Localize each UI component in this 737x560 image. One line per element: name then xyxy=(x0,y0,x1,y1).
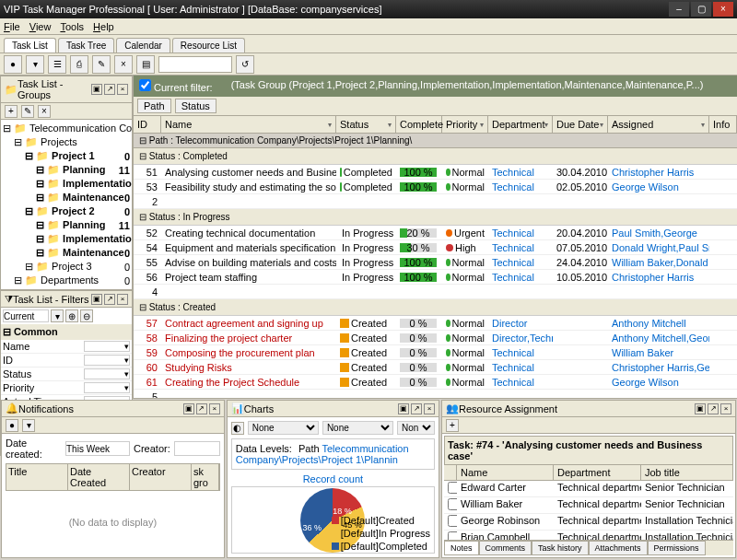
task-row[interactable]: 53Feasibility study and estimating the s… xyxy=(134,180,737,194)
filter-btn[interactable]: ⊖ xyxy=(80,309,93,322)
menu-tools[interactable]: Tools xyxy=(60,21,84,32)
toolbar-btn[interactable]: ▤ xyxy=(136,55,155,74)
max-icon[interactable]: ↗ xyxy=(104,84,115,95)
col-status[interactable]: Status xyxy=(340,119,368,130)
filter-checkbox[interactable] xyxy=(139,79,151,91)
notif-col-group[interactable]: sk gro xyxy=(192,464,219,490)
pin-icon[interactable]: ▣ xyxy=(91,84,102,95)
ra-row[interactable]: George RobinsonTechnical departmentInsta… xyxy=(444,514,733,531)
toolbar-btn[interactable]: ↺ xyxy=(236,55,254,74)
pin-icon[interactable]: ▣ xyxy=(183,403,194,414)
ra-checkbox[interactable] xyxy=(448,482,457,494)
notif-col-creator[interactable]: Creator xyxy=(130,464,192,490)
tree-node[interactable]: ⊟ 📁 Project 10 xyxy=(3,149,130,163)
tree-node[interactable]: ⊟ 📁 Planning11 xyxy=(3,163,130,177)
menu-view[interactable]: View xyxy=(29,21,52,32)
col-complete[interactable]: Complete xyxy=(400,119,443,130)
chart-type-icon[interactable]: ◐ xyxy=(231,422,244,435)
notif-btn[interactable]: ● xyxy=(6,419,18,432)
toolbar-btn[interactable]: ● xyxy=(4,55,22,74)
tree-toolbar-btn[interactable]: × xyxy=(38,105,51,118)
tab-task-tree[interactable]: Task Tree xyxy=(58,38,114,52)
ra-tab-history[interactable]: Task history xyxy=(532,541,589,555)
ra-row[interactable]: William BakerTechnical departmentSenior … xyxy=(444,497,733,514)
ra-tab-notes[interactable]: Notes xyxy=(444,541,479,555)
filter-btn[interactable]: ▾ xyxy=(51,309,64,322)
tree-node[interactable]: ⊟ 📁 Implementation0 xyxy=(3,177,130,191)
notif-col-date[interactable]: Date Created xyxy=(68,464,130,490)
ra-tab-attachments[interactable]: Attachments xyxy=(589,541,648,555)
group-row[interactable]: ⊟ Status : Created xyxy=(134,299,737,316)
task-row[interactable]: 58Finalizing the project charterCreated0… xyxy=(134,331,737,345)
tree-node[interactable]: ⊟ 📁 Departments0 xyxy=(3,274,130,287)
pin-icon[interactable]: ▣ xyxy=(398,403,409,414)
menu-help[interactable]: Help xyxy=(93,21,114,32)
status-btn[interactable]: Status xyxy=(175,99,216,113)
chart-select-a[interactable]: None xyxy=(248,421,319,435)
task-row[interactable]: 54Equipment and materials specificationI… xyxy=(134,240,737,255)
col-duedate[interactable]: Due Date xyxy=(556,119,599,130)
close-icon[interactable]: × xyxy=(117,294,128,305)
ra-checkbox[interactable] xyxy=(448,531,457,540)
col-assigned[interactable]: Assigned xyxy=(612,119,653,130)
toolbar-btn[interactable]: ▾ xyxy=(26,55,44,74)
tree-node[interactable]: ⊟ 📁 Maintenance0 xyxy=(3,246,130,260)
tree-node[interactable]: ⊟ 📁 Planning11 xyxy=(3,218,130,232)
maximize-button[interactable]: ▢ xyxy=(691,2,711,17)
minimize-button[interactable]: – xyxy=(669,2,689,17)
tab-resource-list[interactable]: Resource List xyxy=(172,38,245,52)
chart-select-b[interactable]: None xyxy=(322,421,393,435)
filter-preset[interactable] xyxy=(3,309,49,322)
tree-node[interactable]: ⊟ 📁 Project 30 xyxy=(3,260,130,274)
toolbar-btn[interactable]: ⎙ xyxy=(70,55,88,74)
task-row[interactable]: 52Creating technical documentationIn Pro… xyxy=(134,226,737,240)
max-icon[interactable]: ↗ xyxy=(708,403,719,414)
close-button[interactable]: × xyxy=(713,2,733,17)
max-icon[interactable]: ↗ xyxy=(104,294,115,305)
task-row[interactable]: 61Creating the Project ScheduleCreated0 … xyxy=(134,375,737,390)
col-department[interactable]: Department xyxy=(492,119,544,130)
pin-icon[interactable]: ▣ xyxy=(695,403,706,414)
task-row[interactable]: 57Contract agreement and signing upCreat… xyxy=(134,316,737,331)
ra-col-name[interactable]: Name xyxy=(457,465,554,480)
col-name[interactable]: Name xyxy=(165,119,192,130)
tree-node[interactable]: ⊟ 📁 Maintenance0 xyxy=(3,191,130,204)
max-icon[interactable]: ↗ xyxy=(411,403,422,414)
tree-node[interactable]: ⊟ 📁 Telecommunication Company xyxy=(3,122,130,135)
group-tree[interactable]: ⊟ 📁 Telecommunication Company⊟ 📁 Project… xyxy=(1,120,132,289)
tree-toolbar-btn[interactable]: ✎ xyxy=(21,105,34,118)
group-row[interactable]: ⊟ Status : Completed xyxy=(134,148,737,165)
toolbar-btn[interactable]: ☰ xyxy=(48,55,66,74)
close-icon[interactable]: × xyxy=(117,84,128,95)
ra-col-job[interactable]: Job title xyxy=(641,465,733,480)
notif-btn[interactable]: ▾ xyxy=(22,419,35,432)
filter-btn[interactable]: ⊕ xyxy=(65,309,78,322)
creator-input[interactable] xyxy=(174,441,220,456)
col-priority[interactable]: Priority xyxy=(446,119,477,130)
task-row[interactable]: 55Advise on building materials and costs… xyxy=(134,255,737,270)
tree-node[interactable]: ⊟ 📁 Project 20 xyxy=(3,204,130,218)
menu-file[interactable]: File xyxy=(4,21,20,32)
ra-checkbox[interactable] xyxy=(448,515,457,527)
date-created-input[interactable] xyxy=(65,441,130,456)
tree-node[interactable]: ⊟ 📁 Projects xyxy=(3,135,130,149)
pin-icon[interactable]: ▣ xyxy=(91,294,102,305)
ra-btn[interactable]: + xyxy=(446,419,459,432)
task-row[interactable]: 56Project team staffingIn Progress100 %N… xyxy=(134,270,737,285)
tab-calendar[interactable]: Calendar xyxy=(116,38,170,52)
ra-tab-comments[interactable]: Comments xyxy=(479,541,532,555)
toolbar-btn[interactable]: ✎ xyxy=(92,55,111,74)
col-id[interactable]: ID xyxy=(137,119,147,130)
tree-node[interactable]: ⊟ 📁 Implementation0 xyxy=(3,232,130,246)
path-btn[interactable]: Path xyxy=(137,99,171,113)
ra-tab-permissions[interactable]: Permissions xyxy=(648,541,706,555)
path-row[interactable]: ⊟ Path : Telecommunication Company\Proje… xyxy=(134,134,737,148)
task-row[interactable]: 59Composing the procurement planCreated0… xyxy=(134,345,737,360)
max-icon[interactable]: ↗ xyxy=(196,403,207,414)
toolbar-btn[interactable]: × xyxy=(114,55,133,74)
toolbar-combo[interactable] xyxy=(158,56,232,73)
ra-col-dept[interactable]: Department xyxy=(554,465,641,480)
close-icon[interactable]: × xyxy=(424,403,435,414)
close-icon[interactable]: × xyxy=(209,403,220,414)
task-row[interactable]: 51Analysing customer needs and Business … xyxy=(134,165,737,180)
